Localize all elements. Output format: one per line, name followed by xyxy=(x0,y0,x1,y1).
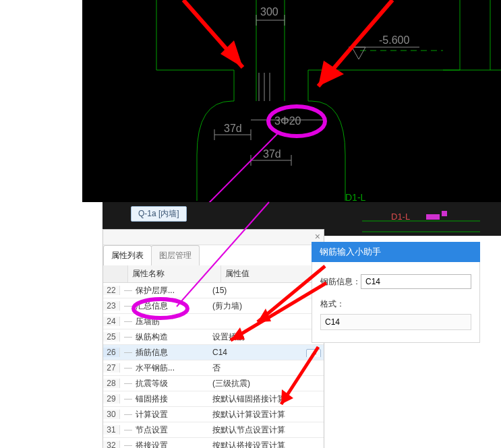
row-number: 24 xyxy=(103,317,120,326)
helper-info-label: 钢筋信息： xyxy=(320,276,361,288)
property-value[interactable]: 否 xyxy=(208,362,324,374)
svg-text:D1-L: D1-L xyxy=(391,212,410,222)
row-number: 28 xyxy=(103,379,120,388)
row-number: 31 xyxy=(103,425,120,435)
property-row[interactable]: 25纵筋构造设置插筋 xyxy=(103,329,324,345)
property-name: 压墙筋 xyxy=(120,316,208,327)
cad-viewport[interactable]: 300 -5.600 3Φ20 37d 37d xyxy=(82,0,501,202)
property-value[interactable]: 按默认节点设置计算 xyxy=(208,424,324,436)
rebar-info-input[interactable] xyxy=(361,274,471,289)
property-row[interactable]: 31节点设置按默认节点设置计算 xyxy=(103,422,324,438)
property-value[interactable]: C14⋯ xyxy=(208,348,324,357)
property-value[interactable]: 设置插筋 xyxy=(208,331,324,343)
elevation-text: -5.600 xyxy=(379,34,409,46)
row-number: 27 xyxy=(103,363,120,373)
property-panel: 属性列表 图层管理 属性名称 属性值 22保护层厚...(15)23汇总信息(剪… xyxy=(102,229,324,448)
dim-37d-b: 37d xyxy=(263,148,281,160)
element-tag[interactable]: Q-1a [内墙] xyxy=(131,206,187,222)
property-row[interactable]: 23汇总信息(剪力墙) xyxy=(103,298,324,314)
property-row[interactable]: 27水平钢筋...否 xyxy=(103,360,324,376)
property-value[interactable]: 按默认计算设置计算 xyxy=(208,409,324,420)
property-row[interactable]: 24压墙筋 xyxy=(103,314,324,329)
row-number: 23 xyxy=(103,301,120,311)
row-number: 29 xyxy=(103,394,120,404)
property-value[interactable]: (三级抗震) xyxy=(208,378,324,389)
cad-label-trailing: D1-L xyxy=(345,192,366,202)
dim-300: 300 xyxy=(260,6,278,18)
row-number: 25 xyxy=(103,332,120,342)
rebar-helper-panel: 钢筋输入小助手 钢筋信息： 格式： C14 xyxy=(312,242,480,343)
tab-layers[interactable]: 图层管理 xyxy=(151,245,200,265)
property-name: 保护层厚... xyxy=(120,285,208,296)
svg-rect-27 xyxy=(442,211,447,216)
property-name: 纵筋构造 xyxy=(120,331,208,343)
property-row[interactable]: 32搭接设置按默认搭接设置计算 xyxy=(103,438,324,448)
property-name: 搭接设置 xyxy=(120,440,208,449)
ellipsis-button[interactable]: ⋯ xyxy=(306,349,321,357)
property-row[interactable]: 30计算设置按默认计算设置计算 xyxy=(103,407,324,422)
property-name: 锚固搭接 xyxy=(120,393,208,405)
helper-format-value[interactable]: C14 xyxy=(320,314,471,330)
svg-marker-8 xyxy=(352,47,365,59)
svg-marker-23 xyxy=(318,61,344,86)
property-name: 插筋信息 xyxy=(120,347,208,358)
property-value[interactable]: (15) xyxy=(208,286,324,295)
helper-title: 钢筋输入小助手 xyxy=(312,242,480,262)
rebar-callout: 3Φ20 xyxy=(274,115,301,127)
property-name: 汇总信息 xyxy=(120,300,208,312)
property-name: 节点设置 xyxy=(120,424,208,436)
helper-format-label: 格式： xyxy=(320,298,367,310)
row-number: 26 xyxy=(103,348,120,357)
property-name: 计算设置 xyxy=(120,409,208,420)
row-number: 30 xyxy=(103,410,120,419)
property-name: 抗震等级 xyxy=(120,378,208,389)
property-row[interactable]: 29锚固搭接按默认锚固搭接计算 xyxy=(103,391,324,407)
property-row[interactable]: 22保护层厚...(15) xyxy=(103,283,324,298)
property-row[interactable]: 28抗震等级(三级抗震) xyxy=(103,376,324,391)
property-name: 水平钢筋... xyxy=(120,362,208,374)
property-value[interactable]: 按默认搭接设置计算 xyxy=(208,440,324,449)
dim-37d-a: 37d xyxy=(224,123,242,134)
row-number: 32 xyxy=(103,441,120,448)
tab-attributes[interactable]: 属性列表 xyxy=(103,245,152,265)
row-number: 22 xyxy=(103,286,120,295)
property-grid-header: 属性名称 属性值 xyxy=(103,265,324,283)
property-value[interactable]: 按默认锚固搭接计算 xyxy=(208,393,324,405)
svg-rect-26 xyxy=(426,214,440,220)
property-value[interactable]: (剪力墙) xyxy=(208,300,324,312)
svg-line-25 xyxy=(143,133,278,202)
property-row[interactable]: 26插筋信息C14⋯ xyxy=(103,345,324,360)
